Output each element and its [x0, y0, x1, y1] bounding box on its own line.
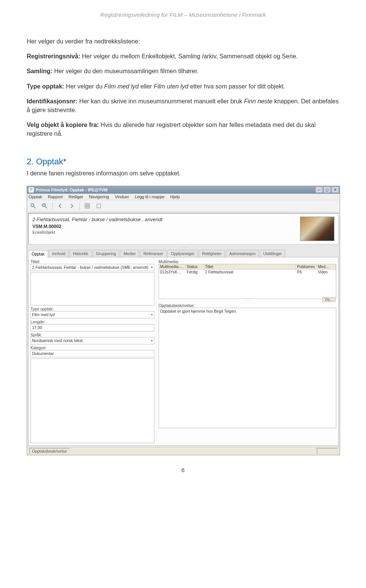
tab-gruppering[interactable]: Gruppering	[93, 250, 120, 257]
lengde-input[interactable]: 17:30	[30, 324, 154, 331]
divider: ·····	[27, 246, 340, 249]
chevron-down-icon[interactable]: ▾	[151, 339, 153, 342]
tab-historikk[interactable]: Historikk	[69, 250, 92, 257]
maximize-button[interactable]: ◻	[323, 186, 331, 193]
para-velg-objekt: Velg objekt å kopiere fra: Hvis du aller…	[27, 120, 339, 138]
box-icon[interactable]	[94, 201, 103, 210]
tittel-value: 2 Fiehtarbuvssat, Fiehtar - bukse / vadm…	[32, 265, 148, 270]
mm-col-status[interactable]: Status	[186, 264, 204, 270]
type-opptak-value: Film med lyd	[32, 312, 55, 317]
statusbar-right	[317, 448, 337, 454]
minimize-button[interactable]: –	[315, 186, 323, 193]
label: Type opptak:	[27, 83, 64, 90]
section-2-heading: 2. Opptak*	[27, 156, 339, 168]
svg-rect-11	[97, 204, 101, 208]
mm-cell: 012s3YsK…	[159, 270, 186, 275]
section-2-subtitle: I denne fanen registreres informasjon om…	[27, 169, 339, 178]
chevron-down-icon[interactable]: ▾	[151, 265, 153, 269]
multimedia-table[interactable]: Multimedia-… Status Tittel Publiseres Me…	[159, 264, 336, 299]
multimedia-label: Multimedia:	[159, 259, 336, 264]
tab-innhold[interactable]: Innhold	[49, 250, 69, 257]
opptaksbeskrivelse-value: Opptaket er gjort hjemme hos Birgit Teig…	[160, 309, 237, 313]
heading-title: Opptak	[36, 157, 63, 166]
intro-line: Her velger du verdier fra nedtrekksliste…	[27, 37, 339, 46]
kategori-value: Dokumentar	[32, 351, 54, 356]
kategori-input[interactable]: Dokumentar	[30, 350, 154, 357]
object-thumbnail[interactable]	[300, 217, 334, 241]
type-opptak-select[interactable]: Film med lyd ▾	[30, 311, 154, 318]
mm-cell: Video	[317, 270, 336, 275]
mm-col-tittel[interactable]: Tittel	[204, 264, 296, 270]
menu-vinduer[interactable]: Vinduer	[115, 194, 129, 199]
mm-cell: 2 Fiehtarbuvssat	[204, 270, 296, 275]
app-icon: P	[29, 187, 34, 193]
vis-button[interactable]: Vis…	[323, 297, 336, 302]
menu-hjelp[interactable]: Hjelp	[170, 194, 180, 199]
tittel-input[interactable]: 2 Fiehtarbuvssat, Fiehtar - bukse / vadm…	[30, 264, 154, 271]
titlebar: P Primus Film/lyd: Opptak - IPE@TVM – ◻ …	[27, 186, 340, 194]
left-extra-area[interactable]	[30, 358, 154, 443]
mm-cell: På	[296, 270, 317, 275]
tab-referanser[interactable]: Referanser	[140, 250, 167, 257]
object-id: VSM.M.00002	[32, 224, 162, 229]
text: Her velger du den museumssamlingen filme…	[53, 68, 199, 74]
mm-col-multimedia[interactable]: Multimedia-…	[159, 264, 186, 270]
tab-rettigheter[interactable]: Rettigheter	[199, 250, 225, 257]
object-type: Enkeltobjekt	[32, 230, 162, 235]
para-registreringsniva: Registreringsnivå: Her velger du mellom …	[27, 52, 339, 61]
search-icon[interactable]	[29, 201, 38, 210]
form-panel: Tittel: 2 Fiehtarbuvssat, Fiehtar - buks…	[28, 257, 339, 446]
text-a: Her kan du skrive inn museumsnummeret ma…	[77, 98, 244, 104]
tab-opptak[interactable]: Opptak	[28, 250, 48, 257]
label: Identifikasjonsnr:	[27, 98, 77, 104]
mm-col-med[interactable]: Med…	[317, 264, 336, 270]
document-body: Her velger du verdier fra nedtrekksliste…	[27, 37, 339, 178]
mm-col-publiseres[interactable]: Publiseres	[296, 264, 317, 270]
tab-opplysninger[interactable]: Opplysninger	[167, 250, 198, 257]
label: Velg objekt å kopiere fra:	[27, 122, 99, 128]
toolbar	[27, 200, 340, 212]
kategori-label: Kategori:	[30, 345, 154, 350]
object-title: 2 Fiehtarbuvssat, Fiehtar - bukse / vadm…	[32, 217, 162, 222]
menu-rediger[interactable]: Rediger	[69, 194, 83, 199]
grid-icon[interactable]	[83, 201, 92, 210]
chevron-down-icon[interactable]: ▾	[151, 313, 153, 316]
text-b: eller	[139, 83, 154, 90]
opptaksbeskrivelse-textarea[interactable]: Opptaket er gjort hjemme hos Birgit Teig…	[159, 308, 336, 428]
window-title: Primus Film/lyd: Opptak - IPE@TVM	[36, 188, 315, 192]
sprak-input[interactable]: Nordsamisk med norsk tekst. ▾	[30, 337, 154, 344]
tab-utstillinger[interactable]: Utstillinger	[260, 250, 285, 257]
type-opptak-label: Type opptak:	[30, 307, 154, 311]
menu-rapport[interactable]: Rapport	[48, 194, 63, 199]
svg-line-1	[34, 206, 35, 208]
statusbar-left: Opptaksbeskrivelse	[29, 448, 70, 454]
italic-a: Film med lyd	[104, 83, 139, 90]
text: Her velger du mellom Enkeltobjekt, Samli…	[80, 53, 298, 59]
tittel-extended-area[interactable]	[30, 272, 154, 305]
lengde-label: Lengde:	[30, 320, 154, 324]
resize-handle[interactable]: ···	[334, 368, 336, 373]
tab-administrasjon[interactable]: Administrasjon	[226, 250, 259, 257]
running-header: Registreringsveiledning for FILM – Museu…	[27, 11, 339, 18]
label: Samling:	[27, 68, 53, 74]
statusbar: Opptaksbeskrivelse	[27, 447, 340, 455]
para-type-opptak: Type opptak: Her velger du Film med lyd …	[27, 82, 339, 91]
italic-b: Film uten lyd	[154, 83, 188, 90]
close-button[interactable]: ✕	[331, 186, 339, 193]
lengde-value: 17:30	[32, 325, 42, 330]
menu-legg-til-i-mappe[interactable]: Legg til i mappe	[135, 194, 165, 199]
zoom-in-icon[interactable]	[40, 201, 49, 210]
table-row[interactable]: 012s3YsK… Ferdig 2 Fiehtarbuvssat På Vid…	[159, 270, 336, 275]
next-icon[interactable]	[67, 201, 76, 210]
heading-number: 2.	[27, 157, 36, 166]
prev-icon[interactable]	[56, 201, 65, 210]
tittel-label: Tittel:	[30, 259, 154, 264]
object-header: 2 Fiehtarbuvssat, Fiehtar - bukse / vadm…	[28, 213, 339, 244]
svg-rect-6	[85, 204, 90, 208]
menu-opptak[interactable]: Opptak	[29, 194, 42, 199]
sprak-label: Språk:	[30, 333, 154, 337]
menu-navigering[interactable]: Navigering	[89, 194, 109, 199]
tab-medier[interactable]: Medier	[120, 250, 139, 257]
svg-point-0	[31, 204, 34, 207]
divider: ·····	[159, 299, 336, 302]
